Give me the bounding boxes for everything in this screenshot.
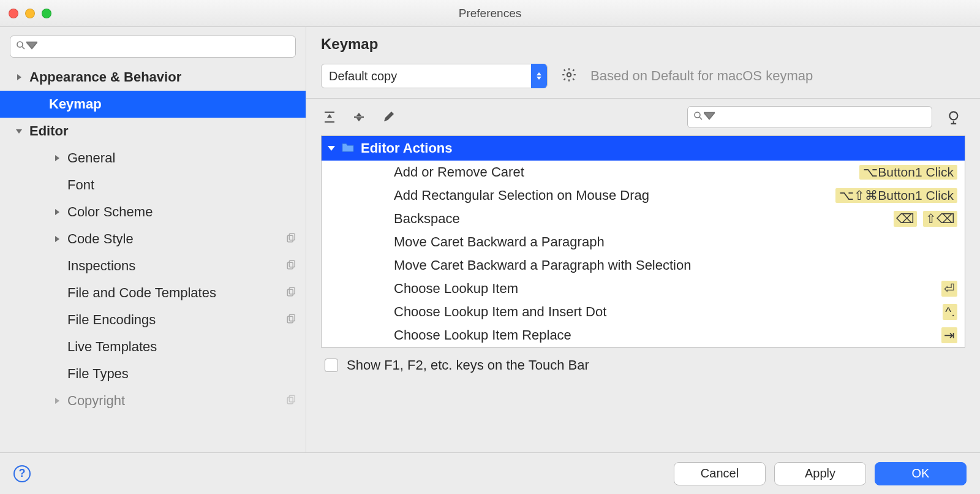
- svg-rect-7: [287, 289, 293, 296]
- window-title: Preferences: [0, 7, 980, 20]
- svg-rect-8: [289, 314, 295, 321]
- sidebar-item-editor[interactable]: Editor: [0, 118, 306, 145]
- scheme-copy-icon: [286, 393, 297, 409]
- disclosure-triangle-icon: [53, 155, 61, 161]
- sidebar-search-input[interactable]: [41, 40, 290, 53]
- sidebar-item-label: File and Code Templates: [67, 285, 216, 301]
- action-row[interactable]: Backspace⌫⇧⌫: [322, 207, 965, 230]
- sidebar-item-copyright[interactable]: Copyright: [0, 387, 306, 414]
- shortcut-badge: ^.: [943, 304, 957, 320]
- disclosure-triangle-icon: [15, 128, 23, 134]
- action-label: Add Rectangular Selection on Mouse Drag: [394, 188, 649, 203]
- action-label: Choose Lookup Item: [394, 281, 518, 297]
- sidebar-tree: Appearance & BehaviorKeymapEditorGeneral…: [0, 64, 306, 452]
- gear-icon[interactable]: [561, 67, 577, 86]
- sidebar-item-label: Copyright: [67, 393, 125, 409]
- scheme-copy-icon: [286, 231, 297, 247]
- group-header-label: Editor Actions: [361, 140, 453, 156]
- search-icon: [15, 40, 26, 54]
- action-row[interactable]: Choose Lookup Item Replace⇥: [322, 324, 965, 347]
- sidebar-item-code-style[interactable]: Code Style: [0, 226, 306, 253]
- sidebar-item-appearance-behavior[interactable]: Appearance & Behavior: [0, 64, 306, 91]
- svg-rect-2: [289, 234, 295, 240]
- sidebar-item-color-scheme[interactable]: Color Scheme: [0, 199, 306, 226]
- sidebar-item-file-types[interactable]: File Types: [0, 360, 306, 387]
- page-title: Keymap: [306, 27, 980, 64]
- keymap-scheme-select[interactable]: Default copy: [321, 64, 548, 88]
- dialog-footer: ? Cancel Apply OK: [0, 452, 980, 494]
- chevron-down-icon: [704, 110, 715, 124]
- sidebar-item-label: Editor: [29, 123, 69, 139]
- scheme-copy-icon: [286, 285, 297, 301]
- sidebar-item-file-encodings[interactable]: File Encodings: [0, 306, 306, 333]
- search-icon: [693, 110, 704, 124]
- expand-all-icon[interactable]: [321, 108, 338, 126]
- sidebar-item-label: Font: [67, 177, 94, 193]
- shortcut-badge: ⏎: [941, 281, 957, 297]
- select-stepper-icon: [531, 64, 547, 88]
- actions-search[interactable]: [687, 106, 932, 128]
- action-row[interactable]: Move Caret Backward a Paragraph: [322, 230, 965, 254]
- ok-button[interactable]: OK: [875, 462, 967, 485]
- svg-line-1: [22, 47, 24, 49]
- sidebar-item-label: General: [67, 150, 115, 166]
- shortcut-badge: ⌥⇧⌘Button1 Click: [835, 188, 957, 203]
- scheme-copy-icon: [286, 312, 297, 328]
- sidebar-item-label: Code Style: [67, 231, 134, 247]
- svg-line-17: [699, 117, 702, 120]
- disclosure-triangle-icon: [53, 398, 61, 404]
- keymap-scheme-value: Default copy: [329, 69, 397, 83]
- touchbar-checkbox-label: Show F1, F2, etc. keys on the Touch Bar: [347, 357, 589, 373]
- svg-point-18: [949, 112, 957, 120]
- action-label: Move Caret Backward a Paragraph with Sel…: [394, 257, 691, 273]
- sidebar-item-label: Live Templates: [67, 339, 157, 355]
- action-row[interactable]: Add or Remove Caret⌥Button1 Click: [322, 161, 965, 184]
- action-label: Choose Lookup Item and Insert Dot: [394, 304, 606, 320]
- svg-rect-9: [287, 316, 293, 323]
- svg-point-16: [695, 112, 700, 118]
- svg-point-0: [17, 42, 23, 47]
- action-label: Move Caret Backward a Paragraph: [394, 234, 605, 250]
- action-label: Backspace: [394, 211, 460, 227]
- sidebar-item-font[interactable]: Font: [0, 172, 306, 199]
- action-row[interactable]: Move Caret Backward a Paragraph with Sel…: [322, 254, 965, 277]
- svg-rect-4: [289, 260, 295, 267]
- apply-button[interactable]: Apply: [774, 462, 866, 485]
- sidebar-search[interactable]: [10, 36, 296, 58]
- actions-group-header[interactable]: Editor Actions: [322, 136, 965, 161]
- folder-icon: [341, 140, 355, 156]
- sidebar-item-general[interactable]: General: [0, 145, 306, 172]
- sidebar-item-keymap[interactable]: Keymap: [0, 91, 306, 118]
- sidebar-item-label: File Types: [67, 366, 129, 382]
- actions-search-input[interactable]: [718, 111, 927, 124]
- edit-icon[interactable]: [380, 108, 397, 126]
- content-pane: Keymap Default copy Based on Default for…: [306, 27, 980, 452]
- shortcut-badge: ⇧⌫: [923, 211, 957, 227]
- help-button[interactable]: ?: [13, 465, 31, 482]
- action-row[interactable]: Add Rectangular Selection on Mouse Drag⌥…: [322, 184, 965, 207]
- shortcut-badge: ⌥Button1 Click: [859, 165, 957, 180]
- disclosure-triangle-icon: [53, 236, 61, 242]
- sidebar-item-inspections[interactable]: Inspections: [0, 253, 306, 279]
- action-shortcuts: ^.: [943, 304, 957, 320]
- svg-rect-6: [289, 287, 295, 294]
- action-row[interactable]: Choose Lookup Item⏎: [322, 277, 965, 300]
- preferences-sidebar: Appearance & BehaviorKeymapEditorGeneral…: [0, 27, 306, 452]
- sidebar-item-live-templates[interactable]: Live Templates: [0, 333, 306, 360]
- touchbar-checkbox[interactable]: [325, 359, 338, 372]
- action-row[interactable]: Choose Lookup Item and Insert Dot^.: [322, 300, 965, 324]
- disclosure-triangle-icon: [53, 209, 61, 215]
- svg-rect-10: [289, 395, 295, 402]
- svg-point-12: [567, 72, 571, 77]
- action-label: Choose Lookup Item Replace: [394, 327, 571, 343]
- sidebar-item-label: Keymap: [49, 96, 102, 112]
- cancel-button[interactable]: Cancel: [674, 462, 766, 485]
- actions-list[interactable]: Editor Actions Add or Remove Caret⌥Butto…: [321, 135, 965, 348]
- shortcut-badge: ⌫: [894, 211, 917, 227]
- action-shortcuts: ⇥: [941, 327, 957, 343]
- based-on-label: Based on Default for macOS keymap: [590, 68, 813, 84]
- find-by-shortcut-icon[interactable]: [944, 109, 965, 125]
- sidebar-item-file-and-code-templates[interactable]: File and Code Templates: [0, 279, 306, 306]
- action-label: Add or Remove Caret: [394, 164, 524, 180]
- collapse-all-icon[interactable]: [350, 108, 368, 126]
